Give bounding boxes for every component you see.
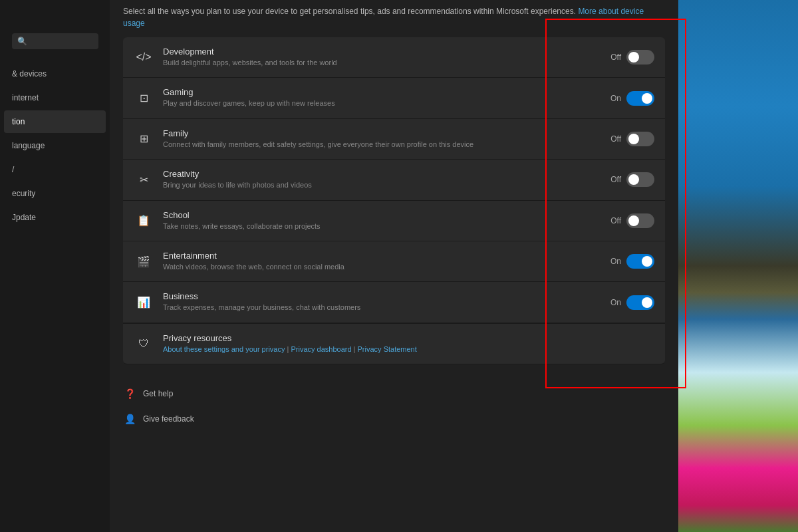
- privacy-about-link[interactable]: About these settings and your privacy: [163, 345, 285, 353]
- get-help-link[interactable]: ❓ Get help: [123, 384, 665, 403]
- school-info: School Take notes, write essays, collabo…: [163, 210, 610, 231]
- setting-family: ⊞ Family Connect with family members, ed…: [123, 119, 665, 160]
- sidebar: 🔍 & devices internet tion language / ecu…: [0, 0, 110, 532]
- search-box[interactable]: 🔍: [12, 33, 98, 49]
- business-info: Business Track expenses, manage your bus…: [163, 291, 610, 313]
- business-toggle[interactable]: [626, 295, 654, 310]
- business-title: Business: [163, 291, 610, 301]
- creativity-title: Creativity: [163, 169, 610, 179]
- privacy-title: Privacy resources: [163, 333, 654, 343]
- gaming-info: Gaming Play and discover games, keep up …: [163, 87, 610, 108]
- development-toggle[interactable]: [626, 50, 654, 65]
- school-desc: Take notes, write essays, collaborate on…: [163, 221, 610, 231]
- creativity-desc: Bring your ideas to life with photos and…: [163, 180, 610, 190]
- creativity-toggle[interactable]: [626, 172, 654, 187]
- family-control: Off: [610, 132, 654, 146]
- privacy-dashboard-link[interactable]: Privacy dashboard: [291, 345, 351, 353]
- search-icon: 🔍: [17, 37, 27, 46]
- creativity-toggle-label: Off: [610, 175, 621, 184]
- privacy-links: About these settings and your privacy | …: [163, 344, 654, 354]
- sidebar-item-internet[interactable]: internet: [4, 86, 106, 109]
- school-toggle-label: Off: [610, 216, 621, 225]
- gaming-toggle-knob: [642, 93, 652, 104]
- setting-gaming: ⊡ Gaming Play and discover games, keep u…: [123, 78, 665, 118]
- give-feedback-label: Give feedback: [143, 414, 194, 424]
- gaming-desc: Play and discover games, keep up with ne…: [163, 98, 610, 108]
- entertainment-desc: Watch videos, browse the web, connect on…: [163, 262, 610, 272]
- privacy-info: Privacy resources About these settings a…: [163, 333, 654, 354]
- settings-panel: 🔍 & devices internet tion language / ecu…: [0, 0, 678, 532]
- development-toggle-label: Off: [610, 53, 621, 62]
- entertainment-toggle-label: On: [610, 257, 621, 266]
- wallpaper-background: [658, 0, 798, 532]
- gaming-icon: ⊡: [134, 88, 154, 108]
- development-info: Development Build delightful apps, websi…: [163, 47, 610, 68]
- business-icon: 📊: [134, 293, 154, 313]
- business-control: On: [610, 295, 654, 310]
- setting-entertainment: 🎬 Entertainment Watch videos, browse the…: [123, 241, 665, 282]
- family-desc: Connect with family members, edit safety…: [163, 140, 610, 150]
- get-help-icon: ❓: [123, 387, 136, 400]
- business-toggle-label: On: [610, 298, 621, 307]
- creativity-icon: ✂: [134, 170, 154, 190]
- setting-business: 📊 Business Track expenses, manage your b…: [123, 282, 665, 323]
- school-icon: 📋: [134, 211, 154, 231]
- development-control: Off: [610, 50, 654, 65]
- gaming-control: On: [610, 91, 654, 106]
- give-feedback-icon: 👤: [123, 412, 136, 426]
- gaming-toggle[interactable]: [626, 91, 654, 106]
- gaming-title: Gaming: [163, 87, 610, 97]
- entertainment-toggle[interactable]: [626, 254, 654, 269]
- entertainment-icon: 🎬: [134, 251, 154, 271]
- business-toggle-knob: [642, 297, 652, 308]
- give-feedback-link[interactable]: 👤 Give feedback: [123, 410, 665, 428]
- development-desc: Build delightful apps, websites, and too…: [163, 58, 610, 68]
- entertainment-info: Entertainment Watch videos, browse the w…: [163, 251, 610, 272]
- family-icon: ⊞: [134, 129, 154, 149]
- family-info: Family Connect with family members, edit…: [163, 128, 610, 150]
- creativity-control: Off: [610, 172, 654, 187]
- bottom-links: ❓ Get help 👤 Give feedback: [123, 378, 665, 435]
- main-content: Select all the ways you plan to use your…: [110, 0, 678, 532]
- setting-development: </> Development Build delightful apps, w…: [123, 37, 665, 78]
- setting-school: 📋 School Take notes, write essays, colla…: [123, 201, 665, 241]
- family-toggle[interactable]: [626, 132, 654, 146]
- search-input[interactable]: [31, 37, 91, 46]
- privacy-icon: 🛡: [134, 334, 154, 354]
- sidebar-item-slash[interactable]: /: [4, 158, 106, 181]
- get-help-label: Get help: [143, 389, 173, 398]
- header-description: Select all the ways you plan to use your…: [123, 0, 665, 37]
- setting-creativity: ✂ Creativity Bring your ideas to life wi…: [123, 160, 665, 200]
- development-title: Development: [163, 47, 610, 57]
- sidebar-item-language[interactable]: language: [4, 134, 106, 157]
- development-icon: </>: [134, 47, 154, 67]
- privacy-resources: 🛡 Privacy resources About these settings…: [123, 323, 665, 364]
- entertainment-toggle-knob: [642, 256, 652, 267]
- school-title: School: [163, 210, 610, 220]
- entertainment-title: Entertainment: [163, 251, 610, 261]
- gaming-toggle-label: On: [610, 94, 621, 103]
- sidebar-item-tion[interactable]: tion: [4, 110, 106, 133]
- school-control: Off: [610, 213, 654, 228]
- family-title: Family: [163, 128, 610, 138]
- school-toggle-knob: [628, 215, 639, 226]
- entertainment-control: On: [610, 254, 654, 269]
- business-desc: Track expenses, manage your business, ch…: [163, 303, 610, 313]
- creativity-info: Creativity Bring your ideas to life with…: [163, 169, 610, 190]
- creativity-toggle-knob: [628, 174, 639, 185]
- sidebar-item-security[interactable]: ecurity: [4, 182, 106, 205]
- school-toggle[interactable]: [626, 213, 654, 228]
- privacy-statement-link[interactable]: Privacy Statement: [358, 345, 417, 353]
- settings-list: </> Development Build delightful apps, w…: [123, 37, 665, 364]
- sidebar-item-update[interactable]: Jpdate: [4, 206, 106, 229]
- development-toggle-knob: [628, 52, 639, 63]
- family-toggle-knob: [628, 134, 639, 144]
- sidebar-item-devices[interactable]: & devices: [4, 63, 106, 85]
- family-toggle-label: Off: [610, 134, 621, 144]
